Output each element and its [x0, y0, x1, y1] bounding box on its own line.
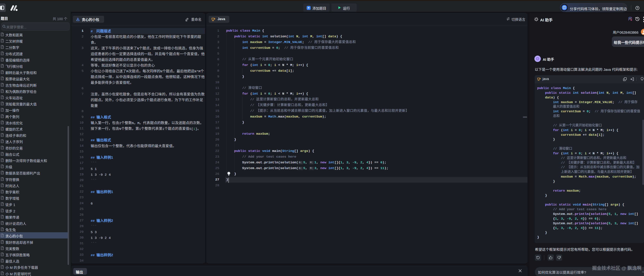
svg-text:?: ? [637, 6, 638, 9]
